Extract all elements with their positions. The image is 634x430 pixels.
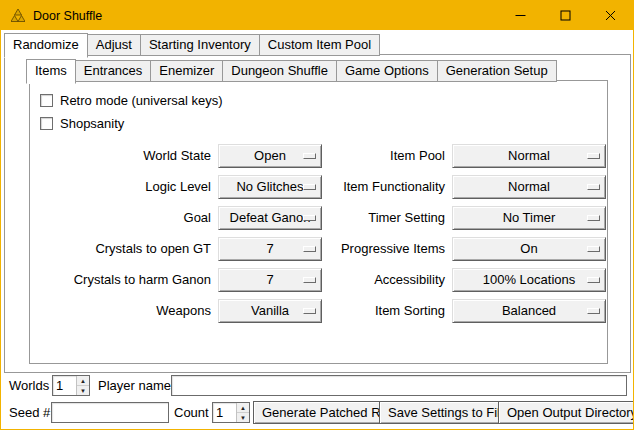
dropdown-indicator-icon bbox=[587, 184, 600, 190]
tab-entrances[interactable]: Entrances bbox=[75, 60, 152, 82]
count-label: Count bbox=[174, 405, 209, 420]
items-pane: Retro mode (universal keys) Shopsanity W… bbox=[29, 80, 608, 364]
dropdown-value: No Glitches bbox=[236, 179, 303, 194]
dropdown-world-state[interactable]: Open bbox=[218, 144, 322, 168]
shopsanity-checkbox[interactable]: Shopsanity bbox=[40, 112, 607, 135]
dropdown-indicator-icon bbox=[587, 308, 600, 314]
seed-label: Seed # bbox=[9, 405, 50, 420]
option-label: Item Functionality bbox=[334, 179, 445, 194]
retro-mode-checkbox[interactable]: Retro mode (universal keys) bbox=[40, 89, 607, 112]
dropdown-indicator-icon bbox=[303, 246, 316, 252]
titlebar[interactable]: Door Shuffle bbox=[1, 1, 633, 30]
dropdown-indicator-icon bbox=[587, 277, 600, 283]
dropdown-value: 100% Locations bbox=[483, 272, 576, 287]
dropdown-timer-setting[interactable]: No Timer bbox=[452, 206, 606, 230]
option-row: Logic Level No Glitches bbox=[36, 171, 322, 202]
player-names-input[interactable] bbox=[171, 375, 627, 396]
tab-custom-item-pool[interactable]: Custom Item Pool bbox=[259, 34, 380, 56]
option-row: Item Functionality Normal bbox=[334, 171, 606, 202]
dropdown-value: Open bbox=[254, 148, 286, 163]
dropdown-progressive-items[interactable]: On bbox=[452, 237, 606, 261]
tab-starting-inventory[interactable]: Starting Inventory bbox=[140, 34, 260, 56]
outer-tabbar: Randomize Adjust Starting Inventory Cust… bbox=[4, 33, 380, 56]
inner-tabbar: Items Entrances Enemizer Dungeon Shuffle… bbox=[26, 59, 557, 82]
dropdown-indicator-icon bbox=[587, 153, 600, 159]
worlds-label: Worlds bbox=[9, 378, 49, 393]
option-row: Weapons Vanilla bbox=[36, 295, 322, 326]
dropdown-item-pool[interactable]: Normal bbox=[452, 144, 606, 168]
option-row: Timer Setting No Timer bbox=[334, 202, 606, 233]
dropdown-goal[interactable]: Defeat Ganon bbox=[218, 206, 322, 230]
tab-items[interactable]: Items bbox=[26, 59, 76, 84]
dropdown-item-sorting[interactable]: Balanced bbox=[452, 299, 606, 323]
tab-generation-setup[interactable]: Generation Setup bbox=[437, 60, 557, 82]
count-spinbox: ▲ ▼ bbox=[212, 402, 250, 423]
option-row: Item Sorting Balanced bbox=[334, 295, 606, 326]
option-row: World State Open bbox=[36, 140, 322, 171]
dropdown-value: Defeat Ganon bbox=[230, 210, 311, 225]
dropdown-logic-level[interactable]: No Glitches bbox=[218, 175, 322, 199]
tab-adjust[interactable]: Adjust bbox=[87, 34, 141, 56]
maximize-button[interactable] bbox=[543, 1, 588, 30]
spin-down-icon[interactable]: ▼ bbox=[77, 385, 89, 395]
option-row: Crystals to harm Ganon 7 bbox=[36, 264, 322, 295]
window: Door Shuffle Randomize Adjust Starting I… bbox=[0, 0, 634, 430]
option-label: World State bbox=[36, 148, 211, 163]
tab-game-options[interactable]: Game Options bbox=[336, 60, 438, 82]
dropdown-indicator-icon bbox=[303, 308, 316, 314]
player-names-label: Player names bbox=[98, 378, 177, 393]
open-output-directory-button[interactable]: Open Output Directory bbox=[498, 401, 634, 424]
worlds-input[interactable] bbox=[53, 376, 76, 395]
dropdown-item-functionality[interactable]: Normal bbox=[452, 175, 606, 199]
spin-down-icon[interactable]: ▼ bbox=[237, 412, 249, 422]
tab-enemizer[interactable]: Enemizer bbox=[150, 60, 223, 82]
dropdown-indicator-icon bbox=[587, 246, 600, 252]
options-right-column: Item Pool Normal Item Functionality Norm… bbox=[334, 140, 606, 326]
randomize-pane: Items Entrances Enemizer Dungeon Shuffle… bbox=[4, 54, 631, 373]
option-label: Weapons bbox=[36, 303, 211, 318]
option-label: Item Sorting bbox=[334, 303, 445, 318]
tab-randomize[interactable]: Randomize bbox=[4, 33, 88, 58]
option-row: Crystals to open GT 7 bbox=[36, 233, 322, 264]
option-label: Accessibility bbox=[334, 272, 445, 287]
tab-dungeon-shuffle[interactable]: Dungeon Shuffle bbox=[222, 60, 337, 82]
dropdown-value: On bbox=[520, 241, 537, 256]
spin-up-icon[interactable]: ▲ bbox=[77, 376, 89, 385]
dropdown-weapons[interactable]: Vanilla bbox=[218, 299, 322, 323]
option-label: Timer Setting bbox=[334, 210, 445, 225]
minimize-button[interactable] bbox=[498, 1, 543, 30]
option-label: Item Pool bbox=[334, 148, 445, 163]
count-input[interactable] bbox=[213, 403, 236, 422]
save-settings-button[interactable]: Save Settings to File bbox=[379, 401, 516, 424]
seed-input[interactable] bbox=[51, 402, 169, 423]
dropdown-value: Balanced bbox=[502, 303, 556, 318]
option-label: Progressive Items bbox=[334, 241, 445, 256]
window-body: Randomize Adjust Starting Inventory Cust… bbox=[1, 30, 633, 429]
close-button[interactable] bbox=[588, 1, 633, 30]
dropdown-value: 7 bbox=[266, 241, 273, 256]
dropdown-indicator-icon bbox=[303, 153, 316, 159]
option-label: Goal bbox=[36, 210, 211, 225]
option-label: Logic Level bbox=[36, 179, 211, 194]
dropdown-indicator-icon bbox=[303, 215, 316, 221]
option-row: Accessibility 100% Locations bbox=[334, 264, 606, 295]
option-row: Goal Defeat Ganon bbox=[36, 202, 322, 233]
dropdown-value: Normal bbox=[508, 148, 550, 163]
caption-buttons bbox=[498, 1, 633, 30]
dropdown-crystals-open-gt[interactable]: 7 bbox=[218, 237, 322, 261]
window-title: Door Shuffle bbox=[33, 9, 102, 23]
worlds-spin-arrows: ▲ ▼ bbox=[76, 376, 89, 395]
dropdown-value: No Timer bbox=[503, 210, 556, 225]
options-left-column: World State Open Logic Level No Glitches bbox=[36, 140, 322, 326]
dropdown-accessibility[interactable]: 100% Locations bbox=[452, 268, 606, 292]
option-label: Crystals to harm Ganon bbox=[36, 272, 211, 287]
dropdown-value: Vanilla bbox=[251, 303, 289, 318]
checkbox-group: Retro mode (universal keys) Shopsanity bbox=[30, 81, 607, 135]
option-row: Item Pool Normal bbox=[334, 140, 606, 171]
checkbox-label: Retro mode (universal keys) bbox=[60, 93, 223, 108]
option-label: Crystals to open GT bbox=[36, 241, 211, 256]
spin-up-icon[interactable]: ▲ bbox=[237, 403, 249, 412]
dropdown-indicator-icon bbox=[587, 215, 600, 221]
dropdown-crystals-harm-ganon[interactable]: 7 bbox=[218, 268, 322, 292]
dropdown-indicator-icon bbox=[303, 184, 316, 190]
